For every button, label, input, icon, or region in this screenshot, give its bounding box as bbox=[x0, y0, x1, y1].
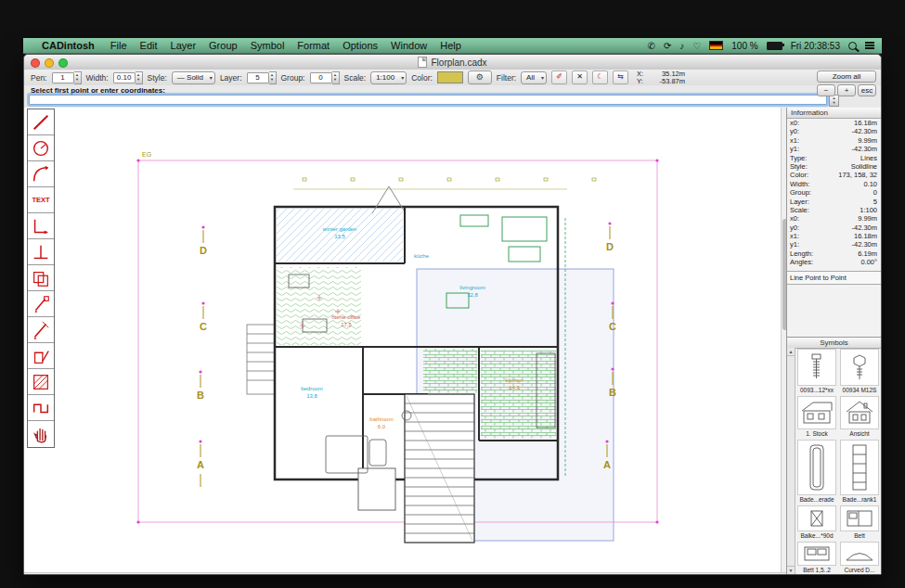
info-row: Angles:0.00° bbox=[787, 258, 881, 266]
symbols-scrollbar[interactable]: ▲ ▼ bbox=[787, 348, 795, 574]
symbol-item[interactable]: Balke...*90d bbox=[796, 505, 837, 539]
window-controls[interactable] bbox=[31, 58, 68, 68]
perpendicular-tool[interactable] bbox=[28, 239, 54, 265]
menu-layer[interactable]: Layer bbox=[164, 40, 203, 51]
homeoffice-hatch bbox=[277, 267, 361, 345]
width-stepper[interactable]: 0.10 ▲▼ bbox=[113, 71, 143, 84]
svg-text:14,3: 14,3 bbox=[509, 385, 520, 390]
heart-icon[interactable]: ♡ bbox=[692, 41, 701, 51]
symbol-item[interactable]: Bett 1,5..2 bbox=[796, 542, 837, 573]
menu-symbol[interactable]: Symbol bbox=[244, 40, 291, 51]
spotlight-icon[interactable] bbox=[848, 42, 857, 50]
info-row: x1:16.18m bbox=[787, 232, 881, 240]
delete-tool[interactable] bbox=[28, 343, 54, 369]
symbol-item[interactable]: Curved D... bbox=[839, 542, 880, 573]
polyline-tool[interactable] bbox=[28, 395, 54, 421]
menu-group[interactable]: Group bbox=[202, 40, 244, 51]
pen-stepper-arrows[interactable]: ▲▼ bbox=[74, 71, 82, 84]
document-icon bbox=[418, 57, 427, 68]
delete-mode-icon[interactable]: ✕ bbox=[572, 70, 588, 84]
filter-label: Filter: bbox=[497, 73, 516, 83]
coordinate-input[interactable] bbox=[29, 95, 827, 105]
scroll-down-icon[interactable]: ▼ bbox=[787, 566, 795, 574]
drawing-canvas[interactable]: EG bbox=[24, 108, 781, 572]
room-kitchen: kitchen bbox=[505, 377, 523, 383]
width-stepper-arrows[interactable]: ▲▼ bbox=[136, 71, 143, 84]
close-window-icon[interactable] bbox=[31, 58, 40, 68]
group-value[interactable]: 0 bbox=[310, 72, 332, 83]
color-swatch[interactable] bbox=[437, 71, 463, 83]
app-menu[interactable]: CADintosh bbox=[42, 40, 104, 51]
draw-mode-icon[interactable]: ✐ bbox=[551, 70, 567, 84]
info-row: y0:-42.30m bbox=[787, 127, 881, 135]
settings-gear-icon[interactable]: ⚙ bbox=[468, 70, 492, 84]
symbol-item[interactable]: 0093...12*xx bbox=[796, 349, 837, 393]
tool-palette: TEXT bbox=[27, 109, 55, 448]
esc-button[interactable]: esc bbox=[858, 84, 876, 96]
zoom-all-button[interactable]: Zoom all bbox=[817, 70, 876, 83]
symbol-item[interactable]: Bade...rank1 bbox=[839, 440, 880, 503]
canvas-horizontal-scrollbar[interactable] bbox=[24, 572, 788, 574]
svg-text:13,8: 13,8 bbox=[306, 393, 317, 399]
pan-hand-tool[interactable] bbox=[28, 421, 54, 447]
call-icon[interactable]: ✆ bbox=[648, 41, 655, 51]
symbol-item[interactable]: Ansicht bbox=[839, 396, 880, 437]
circle-tool[interactable] bbox=[28, 135, 54, 161]
volume-icon[interactable]: ♪ bbox=[679, 41, 684, 51]
svg-text:C: C bbox=[200, 321, 207, 332]
pen-tool[interactable] bbox=[28, 317, 54, 343]
symbols-panel: Symbols ▲ ▼ 0093...12*xx 00934 M12S bbox=[787, 337, 881, 574]
menu-options[interactable]: Options bbox=[336, 40, 384, 51]
sync-icon[interactable]: ⟳ bbox=[664, 41, 671, 51]
keyboard-flag-de-icon[interactable] bbox=[709, 41, 723, 50]
scale-popup[interactable]: 1:100 bbox=[370, 71, 407, 84]
edit-point-tool[interactable] bbox=[28, 291, 54, 317]
group-stepper[interactable]: 0 ▲▼ bbox=[310, 71, 340, 84]
menubar-clock[interactable]: Fri 20:38:53 bbox=[791, 41, 840, 51]
swap-mode-icon[interactable]: ⇆ bbox=[613, 70, 628, 84]
symbol-item[interactable]: 00934 M12S bbox=[839, 349, 880, 393]
zoom-out-button[interactable]: − bbox=[817, 84, 835, 96]
notification-center-icon[interactable] bbox=[865, 42, 874, 49]
arc-mode-icon[interactable]: ☾ bbox=[592, 70, 608, 84]
zoom-in-button[interactable]: + bbox=[837, 84, 856, 96]
zoom-window-icon[interactable] bbox=[58, 58, 68, 68]
style-popup[interactable]: — Solid bbox=[172, 71, 215, 84]
menu-edit[interactable]: Edit bbox=[134, 40, 164, 51]
arc-tool[interactable] bbox=[28, 161, 54, 187]
menu-window[interactable]: Window bbox=[384, 40, 433, 51]
information-panel-header: Information bbox=[787, 108, 881, 119]
symbol-item[interactable]: Bade...erade bbox=[796, 440, 837, 503]
battery-icon[interactable] bbox=[767, 42, 782, 50]
line-tool[interactable] bbox=[28, 109, 54, 135]
dimension-tool[interactable] bbox=[28, 213, 54, 239]
svg-text:C: C bbox=[609, 321, 616, 332]
pen-stepper[interactable]: 1 ▲▼ bbox=[52, 71, 82, 84]
group-stepper-arrows[interactable]: ▲▼ bbox=[332, 71, 340, 84]
pen-value[interactable]: 1 bbox=[52, 72, 74, 83]
menu-format[interactable]: Format bbox=[291, 40, 336, 51]
exterior-stairs bbox=[247, 325, 275, 394]
layer-stepper[interactable]: 5 ▲▼ bbox=[247, 71, 277, 84]
layer-stepper-arrows[interactable]: ▲▼ bbox=[269, 71, 277, 84]
copy-tool[interactable] bbox=[28, 265, 54, 291]
title-bar[interactable]: Florplan.cadx bbox=[24, 55, 881, 70]
menu-file[interactable]: File bbox=[104, 40, 134, 51]
svg-text:A: A bbox=[197, 459, 204, 470]
hatch-tool[interactable] bbox=[28, 369, 54, 395]
dim-letters-left: D C B A bbox=[197, 245, 207, 470]
filter-popup[interactable]: All bbox=[521, 71, 547, 84]
symbol-item[interactable]: Bett bbox=[839, 505, 880, 539]
floorplan: EG bbox=[24, 108, 781, 572]
minimize-window-icon[interactable] bbox=[45, 58, 54, 68]
svg-text:B: B bbox=[197, 390, 204, 401]
layer-value[interactable]: 5 bbox=[247, 72, 269, 83]
scroll-up-icon[interactable]: ▲ bbox=[787, 348, 795, 356]
info-row: Layer:5 bbox=[787, 198, 881, 206]
text-tool[interactable]: TEXT bbox=[28, 187, 54, 213]
menu-help[interactable]: Help bbox=[433, 40, 468, 51]
symbol-item[interactable]: 1. Stock bbox=[796, 396, 837, 437]
svg-text:6,0: 6,0 bbox=[378, 424, 386, 429]
porch bbox=[358, 468, 395, 510]
width-value[interactable]: 0.10 bbox=[113, 72, 136, 83]
